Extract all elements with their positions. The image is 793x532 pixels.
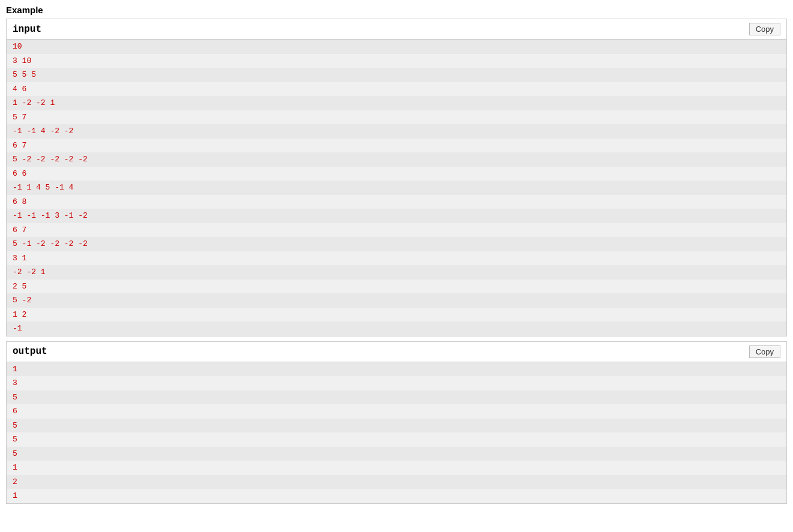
- input-line: 3 1: [7, 251, 786, 266]
- output-line: 3: [7, 376, 786, 390]
- input-section-header: input Copy: [7, 19, 786, 40]
- input-line: 5 5 5: [7, 68, 786, 82]
- output-line: 1: [7, 489, 786, 503]
- output-line: 5: [7, 390, 786, 405]
- input-line: 4 6: [7, 82, 786, 97]
- input-copy-button[interactable]: Copy: [749, 23, 780, 35]
- output-line: 1: [7, 461, 786, 475]
- input-line: 5 -1 -2 -2 -2 -2: [7, 237, 786, 251]
- input-line: -1 -1 4 -2 -2: [7, 124, 786, 139]
- input-label: input: [13, 24, 41, 35]
- input-line: 10: [7, 40, 786, 54]
- output-line: 2: [7, 475, 786, 489]
- input-line: -1 1 4 5 -1 4: [7, 181, 786, 195]
- input-line: 5 -2 -2 -2 -2 -2: [7, 152, 786, 167]
- output-line: 5: [7, 447, 786, 461]
- input-line: -1: [7, 321, 786, 336]
- output-line: 6: [7, 404, 786, 419]
- input-line: 6 6: [7, 167, 786, 181]
- input-line: 6 7: [7, 223, 786, 238]
- output-copy-button[interactable]: Copy: [749, 345, 780, 358]
- output-section-header: output Copy: [7, 342, 786, 362]
- input-line: 1 -2 -2 1: [7, 96, 786, 110]
- input-line: -2 -2 1: [7, 265, 786, 279]
- output-line: 1: [7, 362, 786, 377]
- output-line: 5: [7, 432, 786, 447]
- input-line: 1 2: [7, 308, 786, 322]
- input-line: 5 7: [7, 110, 786, 125]
- input-line: 5 -2: [7, 293, 786, 308]
- input-line: 6 8: [7, 195, 786, 209]
- input-line: -1 -1 -1 3 -1 -2: [7, 209, 786, 223]
- output-line: 5: [7, 419, 786, 433]
- page-container: Example input Copy 103 105 5 54 61 -2 -2…: [0, 0, 793, 513]
- output-section: output Copy 1356555121: [6, 341, 787, 504]
- input-content: 103 105 5 54 61 -2 -2 15 7-1 -1 4 -2 -26…: [7, 40, 786, 336]
- output-content: 1356555121: [7, 362, 786, 503]
- input-line: 3 10: [7, 54, 786, 68]
- input-line: 2 5: [7, 279, 786, 294]
- input-line: 6 7: [7, 139, 786, 153]
- output-label: output: [13, 346, 47, 357]
- input-section: input Copy 103 105 5 54 61 -2 -2 15 7-1 …: [6, 19, 787, 336]
- page-title: Example: [6, 5, 787, 15]
